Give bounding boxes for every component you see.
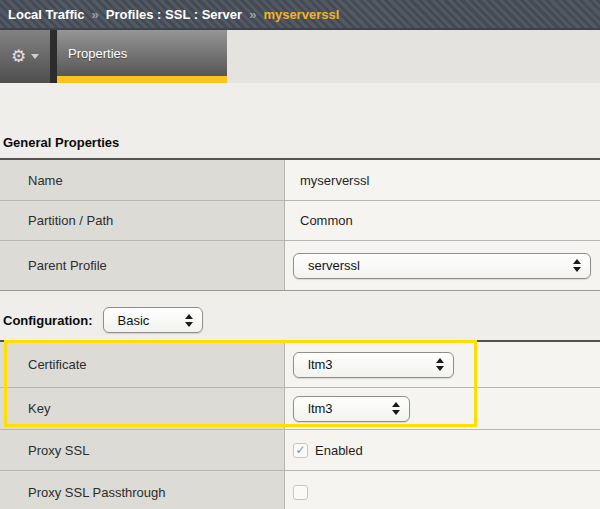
select-spinner-icon bbox=[435, 357, 446, 372]
breadcrumb-local-traffic[interactable]: Local Traffic bbox=[8, 7, 85, 22]
key-selected-value: ltm3 bbox=[308, 401, 333, 416]
general-properties-table: Name myserverssl Partition / Path Common… bbox=[0, 158, 600, 291]
breadcrumb-separator: » bbox=[92, 7, 99, 22]
proxy-ssl-passthrough-label: Proxy SSL Passthrough bbox=[0, 471, 285, 509]
key-label: Key bbox=[0, 388, 285, 429]
breadcrumb-separator: » bbox=[249, 7, 256, 22]
page-content: General Properties Name myserverssl Part… bbox=[0, 83, 600, 509]
table-row-partition-path: Partition / Path Common bbox=[0, 200, 600, 240]
breadcrumb-profiles-ssl-server[interactable]: Profiles : SSL : Server bbox=[106, 7, 242, 22]
parent-profile-select[interactable]: serverssl bbox=[293, 253, 591, 279]
proxy-ssl-checkbox[interactable]: ✓ bbox=[293, 443, 308, 458]
name-label: Name bbox=[0, 160, 285, 200]
key-select[interactable]: ltm3 bbox=[293, 396, 410, 422]
tab-properties[interactable]: Properties bbox=[57, 30, 227, 83]
configuration-header: Configuration: Basic bbox=[3, 300, 600, 340]
select-spinner-icon bbox=[391, 401, 402, 416]
table-row-name: Name myserverssl bbox=[0, 160, 600, 200]
tab-bar: ⚙ Properties bbox=[0, 30, 600, 83]
tab-properties-label: Properties bbox=[68, 46, 127, 61]
partition-path-label: Partition / Path bbox=[0, 201, 285, 240]
table-row-proxy-ssl: Proxy SSL ✓ Enabled bbox=[0, 429, 600, 470]
table-row-certificate: Certificate ltm3 bbox=[0, 342, 600, 387]
table-row-parent-profile: Parent Profile serverssl bbox=[0, 240, 600, 290]
breadcrumb: Local Traffic » Profiles : SSL : Server … bbox=[0, 0, 600, 30]
proxy-ssl-checkbox-label: Enabled bbox=[315, 443, 363, 458]
table-row-key: Key ltm3 bbox=[0, 387, 600, 429]
screen: Local Traffic » Profiles : SSL : Server … bbox=[0, 0, 600, 509]
configuration-section: Certificate ltm3 Key ltm3 bbox=[0, 340, 600, 509]
chevron-down-icon bbox=[31, 54, 39, 59]
general-properties-heading: General Properties bbox=[3, 133, 600, 153]
configuration-label: Configuration: bbox=[3, 313, 93, 328]
configuration-mode-selected-value: Basic bbox=[118, 313, 150, 328]
partition-path-value: Common bbox=[300, 213, 353, 228]
parent-profile-selected-value: serverssl bbox=[308, 258, 360, 273]
gear-menu-button[interactable]: ⚙ bbox=[0, 30, 50, 83]
configuration-mode-select[interactable]: Basic bbox=[103, 307, 203, 333]
table-row-proxy-ssl-passthrough: Proxy SSL Passthrough bbox=[0, 470, 600, 509]
tab-divider bbox=[50, 30, 57, 83]
name-value: myserverssl bbox=[300, 173, 369, 188]
certificate-select[interactable]: ltm3 bbox=[293, 352, 454, 378]
gear-icon: ⚙ bbox=[11, 48, 26, 65]
configuration-table: Certificate ltm3 Key ltm3 bbox=[0, 340, 600, 509]
breadcrumb-current-profile: myserverssl bbox=[263, 7, 339, 22]
certificate-selected-value: ltm3 bbox=[308, 357, 333, 372]
certificate-label: Certificate bbox=[0, 342, 285, 387]
select-spinner-icon bbox=[572, 258, 583, 273]
select-spinner-icon bbox=[184, 313, 195, 328]
proxy-ssl-label: Proxy SSL bbox=[0, 430, 285, 470]
proxy-ssl-passthrough-checkbox[interactable] bbox=[293, 485, 308, 500]
parent-profile-label: Parent Profile bbox=[0, 241, 285, 290]
